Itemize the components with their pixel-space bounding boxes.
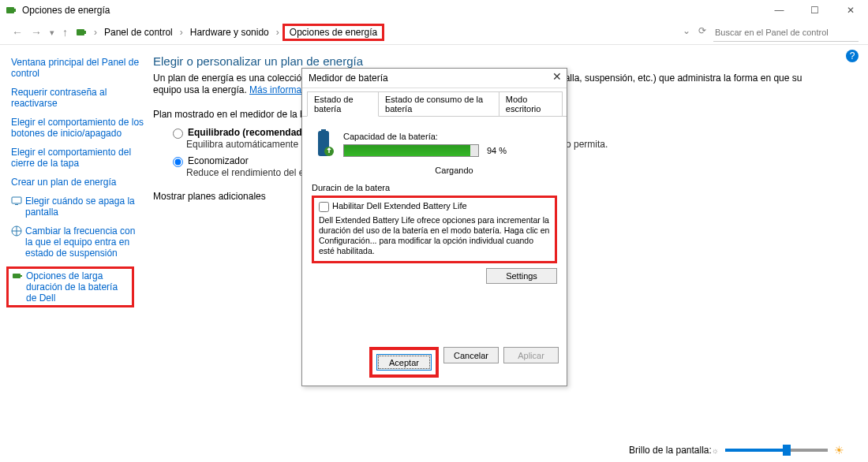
- sidebar-link[interactable]: Requerir contraseña al reactivarse: [11, 87, 145, 109]
- close-button[interactable]: ✕: [832, 0, 868, 20]
- breadcrumb-hw[interactable]: Hardware y sonido: [186, 25, 273, 39]
- charging-status: Cargando: [351, 166, 557, 175]
- recent-dropdown[interactable]: ▾: [46, 28, 58, 38]
- sidebar-item-label: Elegir cuándo se apaga la pantalla: [25, 196, 145, 218]
- svg-rect-10: [321, 129, 326, 132]
- up-button[interactable]: ↑: [58, 26, 72, 39]
- capacity-bar: [343, 144, 479, 157]
- sidebar-item-label: Opciones de larga duración de la batería…: [26, 270, 130, 304]
- power-icon: [75, 26, 88, 39]
- svg-rect-4: [12, 197, 21, 203]
- svg-rect-5: [15, 204, 18, 205]
- brightness-label: Brillo de la pantalla:: [629, 445, 712, 456]
- minimize-button[interactable]: —: [761, 0, 797, 20]
- address-dropdown[interactable]: ⌄: [683, 25, 690, 36]
- monitor-icon: [11, 196, 22, 207]
- power-icon: [5, 4, 17, 17]
- plan-name: Equilibrado (recomendado): [188, 127, 311, 138]
- sidebar-item-label: Cambiar la frecuencia con la que el equi…: [25, 225, 145, 259]
- chevron-right-icon: ›: [94, 27, 97, 38]
- sidebar-sleep-freq[interactable]: Cambiar la frecuencia con la que el equi…: [11, 225, 145, 259]
- plan-radio-saver[interactable]: [173, 157, 183, 167]
- settings-button[interactable]: Settings: [486, 268, 557, 284]
- apply-button[interactable]: Aplicar: [503, 347, 559, 363]
- refresh-button[interactable]: ⟳: [698, 25, 706, 36]
- capacity-percent: 94 %: [487, 146, 507, 155]
- breadcrumb-panel[interactable]: Panel de control: [100, 25, 177, 39]
- svg-rect-3: [84, 31, 86, 34]
- svg-rect-8: [21, 275, 22, 277]
- sidebar: Ventana principal del Panel de control R…: [0, 45, 145, 462]
- sidebar-dell-highlight: Opciones de larga duración de la batería…: [6, 266, 134, 307]
- battery-meter-dialog: Medidor de batería ✕ Estado de batería E…: [301, 68, 567, 386]
- svg-rect-7: [13, 274, 21, 278]
- extended-life-highlight: Habilitar Dell Extended Battery Life Del…: [312, 196, 557, 263]
- window-title: Opciones de energía: [22, 5, 110, 16]
- svg-rect-2: [77, 29, 84, 35]
- svg-rect-0: [6, 7, 14, 13]
- tab-consumption[interactable]: Estado de consumo de la batería: [378, 91, 499, 117]
- window-titlebar: Opciones de energía — ☐ ✕: [0, 0, 868, 20]
- globe-icon: [11, 225, 22, 237]
- back-button[interactable]: ←: [8, 26, 27, 39]
- help-icon[interactable]: ?: [846, 50, 859, 62]
- ok-highlight: Aceptar: [369, 347, 439, 378]
- svg-rect-1: [14, 9, 16, 12]
- enable-extended-life-checkbox[interactable]: [319, 202, 329, 212]
- sun-bright-icon: ☀: [834, 444, 844, 456]
- battery-large-icon: [312, 129, 335, 159]
- sidebar-dell-battery[interactable]: Opciones de larga duración de la batería…: [12, 270, 130, 304]
- plan-name: Economizador: [188, 155, 249, 166]
- dialog-titlebar: Medidor de batería ✕: [302, 69, 567, 88]
- forward-button[interactable]: →: [27, 26, 46, 39]
- sun-dim-icon: ☼: [712, 446, 719, 455]
- ok-button[interactable]: Aceptar: [376, 354, 432, 371]
- sidebar-home[interactable]: Ventana principal del Panel de control: [11, 57, 145, 79]
- toolbar: ← → ▾ ↑ › Panel de control › Hardware y …: [0, 20, 868, 45]
- dialog-title: Medidor de batería: [309, 73, 388, 84]
- sidebar-link[interactable]: Crear un plan de energía: [11, 177, 145, 188]
- sidebar-link[interactable]: Elegir el comportamiento del cierre de l…: [11, 147, 145, 169]
- capacity-label: Capacidad de la batería:: [343, 132, 557, 141]
- sidebar-display-off[interactable]: Elegir cuándo se apaga la pantalla: [11, 196, 145, 218]
- battery-icon: [12, 270, 23, 281]
- plan-radio-balanced[interactable]: [173, 129, 183, 139]
- cancel-button[interactable]: Cancelar: [443, 347, 499, 363]
- checkbox-label: Habilitar Dell Extended Battery Life: [332, 201, 467, 211]
- chevron-right-icon: ›: [180, 27, 183, 38]
- brightness-control: Brillo de la pantalla: ☼ ☀: [629, 444, 844, 456]
- tab-desktop-mode[interactable]: Modo escritorio: [499, 91, 563, 117]
- extended-life-description: Dell Extended Battery Life ofrece opcion…: [319, 215, 550, 256]
- breadcrumb-power[interactable]: Opciones de energía: [282, 24, 384, 41]
- sidebar-link[interactable]: Elegir el comportamiento de los botones …: [11, 117, 145, 139]
- brightness-slider[interactable]: [725, 449, 828, 452]
- tab-battery-status[interactable]: Estado de batería: [307, 91, 379, 117]
- maximize-button[interactable]: ☐: [797, 0, 832, 20]
- dialog-tabs: Estado de batería Estado de consumo de l…: [302, 88, 567, 117]
- page-title: Elegir o personalizar un plan de energía: [153, 54, 829, 68]
- search-input[interactable]: [713, 24, 859, 42]
- chevron-right-icon: ›: [276, 27, 279, 38]
- dialog-close-button[interactable]: ✕: [552, 70, 562, 83]
- duration-label: Duracin de la batera: [312, 183, 557, 192]
